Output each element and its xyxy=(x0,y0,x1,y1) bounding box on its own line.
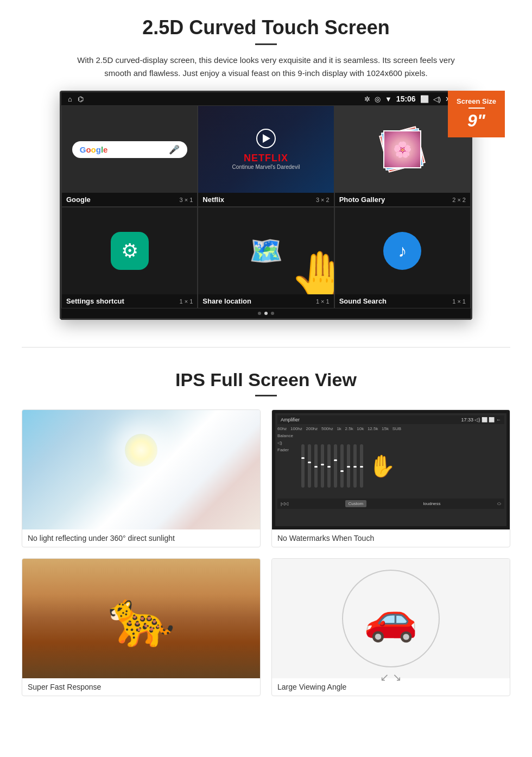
sunlight-feature-card: No light reflecting under 360° direct su… xyxy=(22,409,261,547)
eq-thumb-4 xyxy=(321,464,324,465)
sound-label: Sound Search xyxy=(339,297,387,305)
music-note-icon: ♪ xyxy=(398,241,407,261)
google-mic-icon[interactable]: 🎤 xyxy=(169,144,180,155)
amp-prev-icon[interactable]: |◁◁ xyxy=(281,501,288,506)
google-label-row: Google 3 × 1 xyxy=(62,193,197,206)
netflix-size: 3 × 2 xyxy=(316,197,330,203)
sound-search-inner: ♪ xyxy=(335,207,470,294)
play-triangle-icon xyxy=(263,134,270,143)
sunlight-image xyxy=(22,410,260,529)
sound-label-row: Sound Search 1 × 1 xyxy=(335,294,470,308)
eq-slider-4[interactable] xyxy=(321,444,324,488)
android-screen: ⌂ ⌬ ✲ ◎ ▼ 15:06 ⬜ ◁) ✕ ⬜ xyxy=(60,91,472,320)
sound-icon-circle: ♪ xyxy=(383,232,421,270)
section1-title: 2.5D Curved Touch Screen xyxy=(33,16,499,39)
amplifier-feature-card: Amplifier 17:33 ◁) ⬜ ⬜ ← 60hz 100hz 200h… xyxy=(271,409,510,547)
eq-slider-5[interactable] xyxy=(327,444,331,488)
sound-size: 1 × 1 xyxy=(452,298,466,305)
eq-slider-6[interactable] xyxy=(334,444,337,488)
amp-sliders-container: Balance ◁) Fader xyxy=(277,433,504,499)
netflix-subtitle: Continue Marvel's Daredevil xyxy=(232,164,300,170)
settings-size: 1 × 1 xyxy=(180,298,193,305)
eq-slider-2[interactable] xyxy=(308,444,311,488)
eq-slider-1[interactable] xyxy=(301,444,305,488)
camera-icon[interactable]: ⬜ xyxy=(420,95,429,103)
cheetah-feature-card: 🐆 Super Fast Response xyxy=(22,558,261,696)
car-container: 🚗 ↙ ↘ xyxy=(353,570,429,667)
feature-image-grid: No light reflecting under 360° direct su… xyxy=(22,409,510,696)
share-label: Share location xyxy=(202,297,251,305)
cheetah-image: 🐆 xyxy=(22,559,260,678)
amp-labels: Balance ◁) Fader xyxy=(277,433,299,452)
eq-slider-10[interactable] xyxy=(360,444,363,488)
settings-bg: ⚙ xyxy=(62,207,197,294)
eq-thumb-7 xyxy=(340,470,344,472)
netflix-bg: NETFLIX Continue Marvel's Daredevil xyxy=(198,106,333,193)
settings-app-cell[interactable]: ⚙ Settings shortcut 1 × 1 xyxy=(61,207,198,308)
amp-custom-button[interactable]: Custom xyxy=(345,500,367,507)
title-divider xyxy=(255,43,277,45)
usb-icon: ⌬ xyxy=(78,95,84,103)
screen-size-badge: Screen Size 9" xyxy=(448,91,505,137)
cheetah-caption: Super Fast Response xyxy=(22,678,260,696)
home-icon[interactable]: ⌂ xyxy=(68,95,72,103)
google-logo: Google xyxy=(80,145,108,154)
google-search-bar[interactable]: Google 🎤 xyxy=(72,141,187,158)
google-label: Google xyxy=(66,195,91,204)
flower-image: 🌸 xyxy=(384,131,420,167)
badge-divider xyxy=(468,108,485,109)
google-app-inner: Google 🎤 xyxy=(62,106,197,193)
eq-thumb-1 xyxy=(301,457,305,459)
share-size: 1 × 1 xyxy=(316,298,330,305)
hand-pointing-icon: 🤚 xyxy=(289,248,334,294)
google-app-cell[interactable]: Google 🎤 Google 3 × 1 xyxy=(61,105,198,207)
photo-label-row: Photo Gallery 2 × 2 xyxy=(335,193,470,206)
volume-icon[interactable]: ◁) xyxy=(433,95,441,103)
dot-2[interactable] xyxy=(264,312,268,315)
amplifier-caption: No Watermarks When Touch xyxy=(272,529,510,547)
pagination-dots xyxy=(61,308,471,318)
amplifier-ui: Amplifier 17:33 ◁) ⬜ ⬜ ← 60hz 100hz 200h… xyxy=(275,413,506,526)
netflix-app-cell[interactable]: NETFLIX Continue Marvel's Daredevil Netf… xyxy=(198,105,334,207)
car-circle: 🚗 xyxy=(342,570,440,667)
hand-on-sliders: ✋ xyxy=(369,453,396,479)
settings-app-inner: ⚙ xyxy=(62,207,197,294)
dot-1[interactable] xyxy=(258,312,261,315)
sunlight-caption: No light reflecting under 360° direct su… xyxy=(22,529,260,547)
eq-thumb-6 xyxy=(334,459,337,461)
share-location-inner: 🗺️ 🤚 xyxy=(198,207,333,294)
netflix-app-inner: NETFLIX Continue Marvel's Daredevil xyxy=(198,106,333,193)
netflix-play-button[interactable] xyxy=(256,129,276,148)
amp-toggle[interactable]: ⬭ xyxy=(497,501,501,507)
status-bar-left: ⌂ ⌬ xyxy=(68,95,84,103)
bluetooth-icon: ✲ xyxy=(364,95,370,103)
badge-size: 9" xyxy=(457,111,496,131)
car-feature-card: 🚗 ↙ ↘ Large Viewing Angle xyxy=(271,558,510,696)
sound-search-app-cell[interactable]: ♪ Sound Search 1 × 1 xyxy=(334,207,471,308)
photo-stack: 🌸 xyxy=(381,128,424,171)
section-divider xyxy=(22,347,510,348)
share-location-app-cell[interactable]: 🗺️ 🤚 Share location 1 × 1 xyxy=(198,207,334,308)
car-body-wrapper: 🚗 xyxy=(364,593,418,644)
amp-freq-labels: 60hz 100hz 200hz 500hz 1k 2.5k 10k 12.5k… xyxy=(277,426,504,431)
sound-search-bg: ♪ xyxy=(335,207,470,294)
dot-3[interactable] xyxy=(271,312,274,315)
amplifier-image: Amplifier 17:33 ◁) ⬜ ⬜ ← 60hz 100hz 200h… xyxy=(272,410,510,529)
app-grid-row2: ⚙ Settings shortcut 1 × 1 xyxy=(61,207,471,308)
maps-icon: 🗺️ xyxy=(249,235,283,267)
eq-slider-7[interactable] xyxy=(340,444,344,488)
status-bar: ⌂ ⌬ ✲ ◎ ▼ 15:06 ⬜ ◁) ✕ ⬜ xyxy=(61,92,471,105)
amp-fader-label: Fader xyxy=(277,447,299,452)
car-emoji: 🚗 xyxy=(364,593,418,644)
amp-eq-sliders: ✋ xyxy=(301,433,504,499)
netflix-label-row: Netflix 3 × 2 xyxy=(198,193,333,206)
eq-thumb-8 xyxy=(347,466,350,468)
eq-slider-9[interactable] xyxy=(353,444,357,488)
eq-slider-8[interactable] xyxy=(347,444,350,488)
google-size: 3 × 1 xyxy=(180,197,193,203)
settings-label: Settings shortcut xyxy=(66,297,124,305)
app-grid-row1: Google 🎤 Google 3 × 1 xyxy=(61,105,471,207)
eq-slider-3[interactable] xyxy=(314,444,318,488)
eq-thumb-9 xyxy=(353,466,357,468)
status-time: 15:06 xyxy=(396,94,416,103)
